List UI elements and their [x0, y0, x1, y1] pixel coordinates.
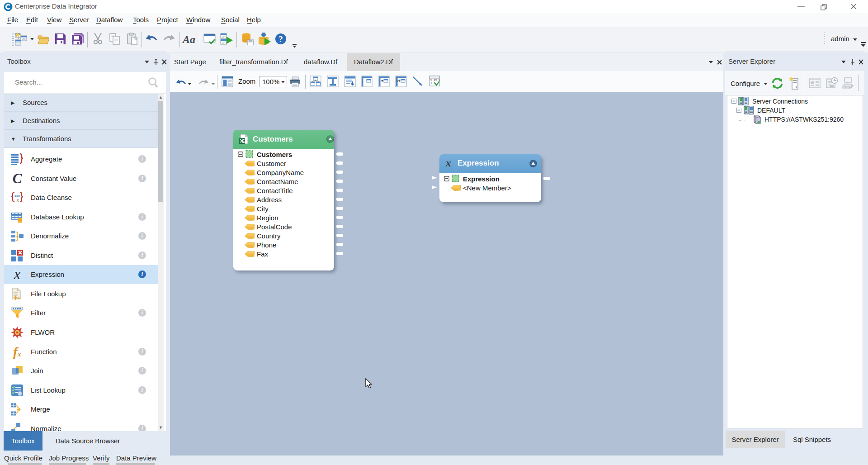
svg-text:?: ? [278, 34, 283, 44]
svg-text:0 10 0 1: 0 10 0 1 [430, 78, 441, 81]
svg-text:x: x [16, 198, 19, 203]
